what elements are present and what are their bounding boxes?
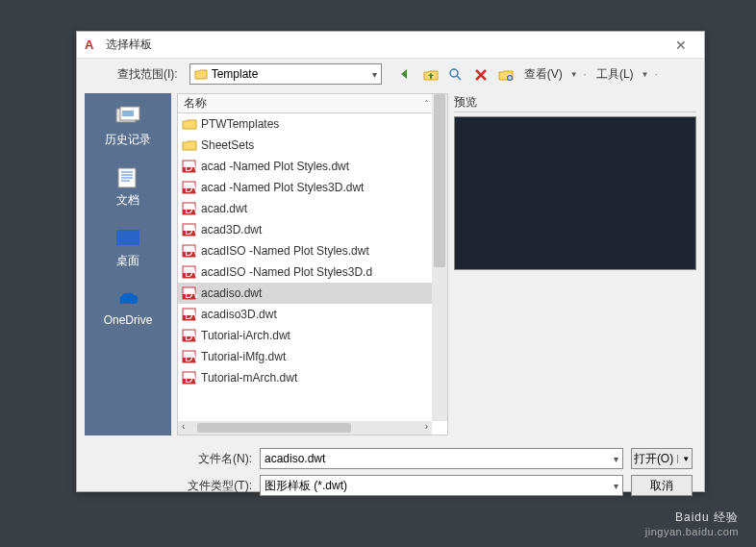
file-name: Tutorial-iArch.dwt: [201, 329, 290, 342]
svg-text:DWT: DWT: [185, 330, 197, 342]
svg-text:DWT: DWT: [185, 161, 197, 173]
back-button[interactable]: [395, 63, 416, 85]
look-in-value: Template: [212, 67, 259, 81]
folder-icon: [182, 117, 197, 131]
tools-menu[interactable]: 工具(L): [592, 66, 638, 83]
titlebar: A 选择样板 ✕: [77, 32, 704, 59]
place-icon: [113, 105, 143, 128]
file-row[interactable]: DWTacadISO -Named Plot Styles3D.d: [178, 261, 447, 283]
app-icon: A: [85, 37, 100, 53]
file-row[interactable]: DWTTutorial-iMfg.dwt: [178, 346, 447, 367]
file-row[interactable]: DWTTutorial-iArch.dwt: [178, 325, 447, 346]
open-split-icon[interactable]: ▼: [677, 455, 690, 463]
new-folder-button[interactable]: [495, 63, 517, 85]
file-row[interactable]: SheetSets: [178, 135, 447, 156]
file-name: acad -Named Plot Styles.dwt: [201, 160, 349, 173]
file-name: PTWTemplates: [201, 117, 279, 131]
place-历史记录[interactable]: 历史记录: [105, 105, 151, 148]
svg-text:DWT: DWT: [185, 266, 197, 279]
svg-point-0: [450, 69, 458, 77]
scroll-right-icon[interactable]: ›: [425, 421, 428, 432]
svg-rect-5: [122, 111, 134, 116]
svg-text:DWT: DWT: [185, 287, 197, 300]
place-label: OneDrive: [104, 313, 153, 327]
file-row[interactable]: DWTacadiso3D.dwt: [178, 304, 447, 325]
dwt-icon: DWT: [182, 329, 197, 342]
up-folder-button[interactable]: [420, 63, 441, 85]
file-name: acadISO -Named Plot Styles3D.d: [201, 265, 372, 279]
delete-button[interactable]: [470, 63, 491, 85]
file-row[interactable]: DWTacadISO -Named Plot Styles.dwt: [178, 240, 447, 261]
file-row[interactable]: PTWTemplates: [178, 113, 447, 135]
open-button[interactable]: 打开(O) ▼: [631, 448, 693, 469]
file-name: Tutorial-mArch.dwt: [201, 371, 297, 385]
menu-caret-icon: ▼: [642, 70, 649, 79]
file-name: acad3D.dwt: [201, 223, 262, 236]
place-label: 桌面: [116, 253, 139, 269]
chevron-down-icon: ▾: [614, 481, 618, 491]
look-in-label: 查找范围(I):: [117, 66, 178, 83]
preview-canvas: [454, 116, 696, 270]
dwt-icon: DWT: [182, 350, 197, 363]
look-in-dropdown[interactable]: Template ▾: [189, 63, 382, 85]
place-icon: [113, 286, 143, 310]
place-OneDrive[interactable]: OneDrive: [104, 286, 153, 327]
column-name: 名称: [184, 95, 425, 112]
file-row[interactable]: DWTacad -Named Plot Styles.dwt: [178, 156, 447, 177]
dwt-icon: DWT: [182, 202, 197, 215]
dwt-icon: DWT: [182, 223, 197, 236]
scroll-thumb-h[interactable]: [197, 423, 351, 433]
svg-text:DWT: DWT: [185, 182, 197, 194]
search-web-button[interactable]: [445, 63, 466, 85]
place-文档[interactable]: 文档: [113, 165, 143, 209]
place-label: 历史记录: [105, 132, 151, 148]
dwt-icon: DWT: [182, 308, 197, 321]
filetype-value: 图形样板 (*.dwt): [265, 478, 347, 494]
file-dialog: A 选择样板 ✕ 查找范围(I): Template ▾ 查看(V) ▼ · 工…: [76, 31, 705, 492]
scrollbar-vertical[interactable]: [432, 94, 447, 421]
file-name: Tutorial-iMfg.dwt: [201, 350, 286, 363]
list-header[interactable]: 名称 ˆ: [178, 94, 447, 113]
places-bar: 历史记录文档桌面OneDrive: [85, 93, 171, 435]
dwt-icon: DWT: [182, 244, 197, 258]
chevron-down-icon: ▾: [614, 454, 618, 464]
file-name: SheetSets: [201, 138, 254, 152]
toolbar: 查找范围(I): Template ▾ 查看(V) ▼ · 工具(L) ▼ ·: [77, 59, 704, 89]
watermark-sub: jingyan.baidu.com: [645, 526, 739, 537]
file-row[interactable]: DWTacad -Named Plot Styles3D.dwt: [178, 177, 447, 198]
place-桌面[interactable]: 桌面: [113, 226, 143, 269]
close-icon[interactable]: ✕: [666, 37, 696, 53]
svg-text:DWT: DWT: [185, 309, 197, 321]
dialog-title: 选择样板: [106, 37, 666, 53]
place-icon: [113, 165, 143, 188]
chevron-down-icon: ▾: [372, 69, 377, 80]
place-icon: [113, 226, 143, 249]
scroll-left-icon[interactable]: ‹: [182, 421, 185, 432]
cancel-button[interactable]: 取消: [631, 475, 693, 496]
dwt-icon: DWT: [182, 160, 197, 173]
scroll-thumb[interactable]: [434, 94, 445, 267]
folder-icon: [194, 68, 208, 80]
filetype-dropdown[interactable]: 图形样板 (*.dwt) ▾: [260, 475, 623, 496]
dwt-icon: DWT: [182, 371, 197, 385]
view-menu[interactable]: 查看(V): [520, 66, 567, 83]
file-name: acad.dwt: [201, 202, 247, 215]
file-row[interactable]: DWTacad.dwt: [178, 198, 447, 219]
preview-label: 预览: [454, 93, 696, 112]
sort-caret-icon: ˆ: [425, 99, 428, 109]
svg-text:DWT: DWT: [185, 351, 197, 363]
watermark: Baidu 经验 jingyan.baidu.com: [645, 510, 739, 537]
file-list[interactable]: 名称 ˆ PTWTemplatesSheetSetsDWTacad -Named…: [177, 93, 448, 435]
scrollbar-horizontal[interactable]: ‹ ›: [178, 421, 432, 435]
svg-rect-11: [116, 230, 139, 245]
dwt-icon: DWT: [182, 265, 197, 279]
file-row[interactable]: DWTacadiso.dwt: [178, 283, 447, 304]
filename-label: 文件名(N):: [183, 451, 252, 467]
file-row[interactable]: DWTacad3D.dwt: [178, 219, 447, 240]
filename-input[interactable]: acadiso.dwt ▾: [260, 448, 623, 469]
file-name: acad -Named Plot Styles3D.dwt: [201, 181, 364, 194]
file-list-panel: 名称 ˆ PTWTemplatesSheetSetsDWTacad -Named…: [177, 93, 448, 435]
file-row[interactable]: DWTTutorial-mArch.dwt: [178, 367, 447, 388]
dwt-icon: DWT: [182, 286, 197, 300]
dwt-icon: DWT: [182, 181, 197, 194]
